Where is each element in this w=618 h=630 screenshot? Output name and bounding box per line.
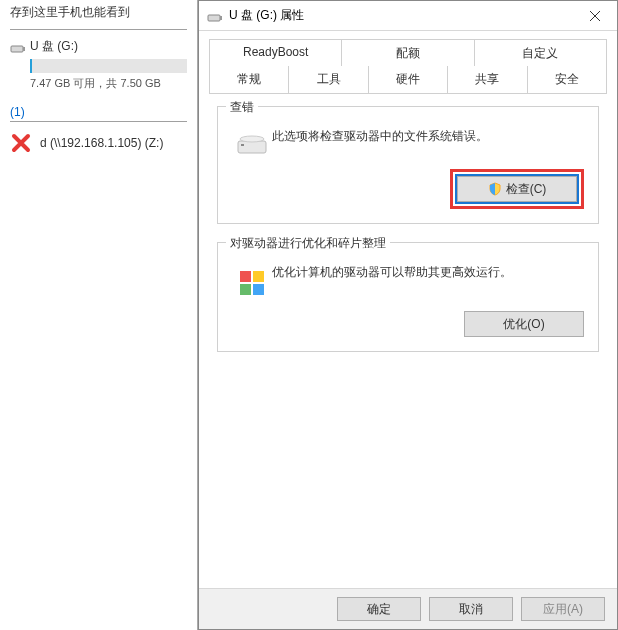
- svg-point-6: [240, 136, 264, 142]
- svg-rect-1: [23, 47, 25, 51]
- usb-drive-icon: [207, 9, 223, 25]
- highlight-annotation: 检查(C): [450, 169, 584, 209]
- ok-button[interactable]: 确定: [337, 597, 421, 621]
- group-title: 对驱动器进行优化和碎片整理: [226, 235, 390, 252]
- tab-strip: ReadyBoost 配额 自定义 常规 工具 硬件 共享 安全: [199, 31, 617, 94]
- drive-icon: [236, 131, 268, 157]
- network-drive-label: d (\\192.168.1.105) (Z:): [40, 136, 163, 150]
- tab-sharing[interactable]: 共享: [448, 66, 527, 94]
- check-button-label: 检查(C): [506, 181, 547, 198]
- optimize-text: 优化计算机的驱动器可以帮助其更高效运行。: [272, 263, 584, 281]
- divider: [10, 121, 187, 122]
- cancel-button[interactable]: 取消: [429, 597, 513, 621]
- svg-rect-5: [241, 144, 244, 146]
- network-drive-row[interactable]: d (\\192.168.1.105) (Z:): [10, 132, 187, 154]
- dialog-titlebar: U 盘 (G:) 属性: [199, 1, 617, 31]
- check-error-text: 此选项将检查驱动器中的文件系统错误。: [272, 127, 584, 145]
- drive-name: U 盘 (G:): [30, 38, 187, 55]
- check-button[interactable]: 检查(C): [457, 176, 577, 202]
- dialog-title: U 盘 (G:) 属性: [229, 7, 572, 24]
- divider: [10, 29, 187, 30]
- apply-button[interactable]: 应用(A): [521, 597, 605, 621]
- local-drive-row[interactable]: U 盘 (G:) 7.47 GB 可用，共 7.50 GB: [10, 38, 187, 91]
- svg-rect-2: [208, 15, 220, 21]
- drive-sub: 7.47 GB 可用，共 7.50 GB: [30, 76, 187, 91]
- error-x-icon: [10, 132, 32, 154]
- tab-readyboost[interactable]: ReadyBoost: [209, 39, 342, 67]
- svg-rect-0: [11, 46, 23, 52]
- svg-rect-3: [220, 16, 222, 20]
- tab-tools[interactable]: 工具: [289, 66, 368, 94]
- close-icon: [589, 10, 601, 22]
- svg-rect-9: [240, 284, 251, 295]
- optimize-group: 对驱动器进行优化和碎片整理 优化计算机的驱动器可以帮助其更高效运行。 优化(O): [217, 242, 599, 352]
- tab-general[interactable]: 常规: [209, 66, 289, 94]
- partial-heading: 存到这里手机也能看到: [10, 0, 187, 27]
- shield-icon: [488, 182, 502, 196]
- svg-rect-8: [253, 271, 264, 282]
- group-title: 查错: [226, 99, 258, 116]
- tab-hardware[interactable]: 硬件: [369, 66, 448, 94]
- storage-meter: [30, 59, 187, 73]
- tab-quota[interactable]: 配额: [342, 39, 474, 67]
- svg-rect-10: [253, 284, 264, 295]
- properties-dialog: U 盘 (G:) 属性 ReadyBoost 配额 自定义 常规 工具 硬件 共…: [198, 0, 618, 630]
- optimize-button-label: 优化(O): [503, 316, 544, 333]
- svg-rect-4: [238, 141, 266, 153]
- optimize-button[interactable]: 优化(O): [464, 311, 584, 337]
- usb-drive-icon: [10, 40, 26, 56]
- tab-security[interactable]: 安全: [528, 66, 607, 94]
- svg-rect-7: [240, 271, 251, 282]
- dialog-footer: 确定 取消 应用(A): [199, 588, 617, 629]
- check-error-group: 查错 此选项将检查驱动器中的文件系统错误。: [217, 106, 599, 224]
- tab-customize[interactable]: 自定义: [475, 39, 607, 67]
- defrag-icon: [236, 267, 268, 299]
- network-location-header: (1): [10, 105, 187, 119]
- close-button[interactable]: [572, 1, 617, 30]
